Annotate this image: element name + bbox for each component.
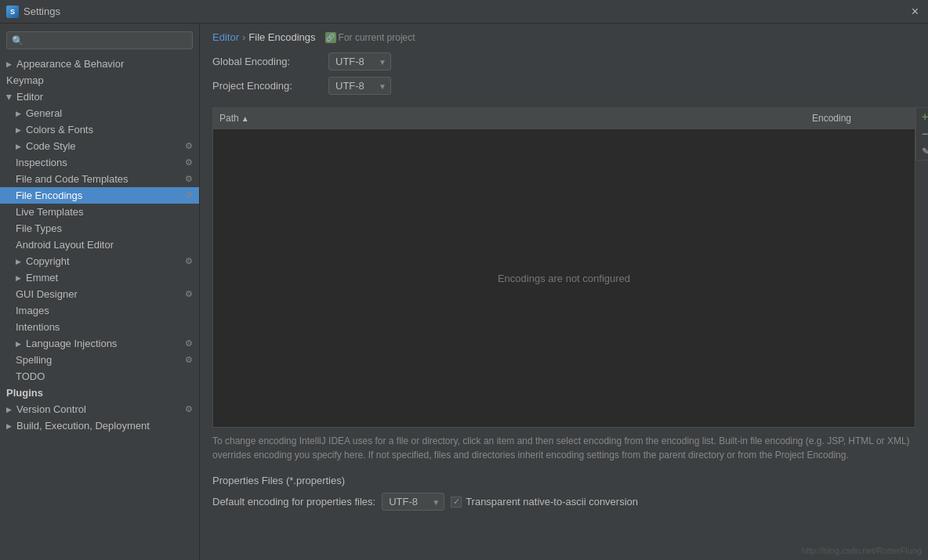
content-area: Editor › File Encodings 🔗 For current pr… xyxy=(200,23,928,560)
sidebar-item-label: Appearance & Behavior xyxy=(16,58,124,70)
sidebar-item-label: Emmet xyxy=(26,272,58,284)
project-encoding-select[interactable]: UTF-8 xyxy=(328,77,391,95)
sidebar-item-todo[interactable]: TODO xyxy=(0,368,199,385)
sidebar-item-file-types[interactable]: File Types xyxy=(0,220,199,237)
sidebar-item-label: Colors & Fonts xyxy=(26,124,93,135)
encoding-column-header[interactable]: Encoding xyxy=(805,111,915,125)
sidebar-item-label: Live Templates xyxy=(16,206,83,218)
remove-encoding-button[interactable]: − xyxy=(916,125,928,143)
search-box[interactable]: 🔍 xyxy=(6,31,193,49)
settings-icon: ⚙ xyxy=(185,404,193,414)
encodings-table: Path ▲ Encoding Encodings are not config… xyxy=(212,107,915,428)
arrow-icon: ▶ xyxy=(5,94,13,99)
sidebar-item-keymap[interactable]: Keymap xyxy=(0,72,199,89)
info-text: To change encoding IntelliJ IDEA uses fo… xyxy=(200,428,928,468)
sidebar-item-build-execution-deployment[interactable]: ▶ Build, Execution, Deployment xyxy=(0,417,199,434)
title-bar-left: S Settings xyxy=(6,5,60,18)
properties-encoding-dropdown-wrapper[interactable]: UTF-8 ▼ xyxy=(382,493,444,511)
project-icon: 🔗 xyxy=(325,32,336,43)
global-encoding-dropdown-wrapper[interactable]: UTF-8 ▼ xyxy=(328,52,391,70)
settings-icon: ⚙ xyxy=(185,157,193,168)
sidebar-item-appearance[interactable]: ▶ Appearance & Behavior xyxy=(0,56,199,72)
sidebar-item-label: File Encodings xyxy=(16,190,82,201)
table-wrapper: Path ▲ Encoding Encodings are not config… xyxy=(212,107,915,428)
sidebar-item-file-code-templates[interactable]: File and Code Templates ⚙ xyxy=(0,171,199,187)
settings-icon: ⚙ xyxy=(185,256,193,266)
sidebar-item-spelling[interactable]: Spelling ⚙ xyxy=(0,352,199,368)
arrow-icon: ▶ xyxy=(6,60,12,68)
sidebar-item-gui-designer[interactable]: GUI Designer ⚙ xyxy=(0,286,199,302)
sidebar-item-general[interactable]: ▶ General xyxy=(0,105,199,121)
settings-icon: ⚙ xyxy=(185,141,193,151)
sidebar-item-inspections[interactable]: Inspections ⚙ xyxy=(0,154,199,171)
sidebar-item-label: Version Control xyxy=(16,403,86,415)
breadcrumb-separator: › xyxy=(242,31,245,43)
sidebar-item-plugins[interactable]: Plugins xyxy=(0,385,199,401)
checkbox-text: Transparent native-to-ascii conversion xyxy=(466,496,638,508)
add-encoding-button[interactable]: + xyxy=(916,108,928,125)
sidebar-item-label: Code Style xyxy=(26,140,76,152)
sidebar-item-emmet[interactable]: ▶ Emmet xyxy=(0,269,199,286)
global-encoding-row: Global Encoding: UTF-8 ▼ xyxy=(212,52,915,70)
title-bar: S Settings × xyxy=(0,0,928,23)
breadcrumb: Editor › File Encodings 🔗 For current pr… xyxy=(200,23,928,49)
main-layout: 🔍 ▶ Appearance & Behavior Keymap ▶ Edito… xyxy=(0,23,928,560)
sidebar-item-label: File Types xyxy=(16,222,62,234)
global-encoding-select[interactable]: UTF-8 xyxy=(328,52,391,70)
sidebar-item-label: Plugins xyxy=(6,387,43,399)
arrow-icon: ▶ xyxy=(6,422,12,430)
sidebar-item-file-encodings[interactable]: File Encodings ⚙ xyxy=(0,187,199,204)
sidebar-item-label: Android Layout Editor xyxy=(16,239,114,251)
sidebar-item-copyright[interactable]: ▶ Copyright ⚙ xyxy=(0,253,199,269)
transparent-checkbox[interactable]: ✓ xyxy=(451,497,462,508)
arrow-icon: ▶ xyxy=(6,406,12,414)
sidebar-item-code-style[interactable]: ▶ Code Style ⚙ xyxy=(0,138,199,154)
path-column-header[interactable]: Path ▲ xyxy=(213,111,805,125)
sidebar-item-images[interactable]: Images xyxy=(0,302,199,319)
sidebar-item-label: Language Injections xyxy=(26,338,117,349)
default-encoding-label: Default encoding for properties files: xyxy=(212,496,375,508)
sidebar-item-colors-fonts[interactable]: ▶ Colors & Fonts xyxy=(0,121,199,138)
sidebar-item-label: File and Code Templates xyxy=(16,173,129,185)
settings-icon: ⚙ xyxy=(185,174,193,184)
empty-message: Encodings are not configured xyxy=(498,273,630,284)
arrow-icon: ▶ xyxy=(16,340,21,348)
sidebar-item-label: Build, Execution, Deployment xyxy=(16,420,150,432)
settings-icon: ⚙ xyxy=(185,289,193,299)
search-input[interactable] xyxy=(27,34,187,46)
sidebar-item-intentions[interactable]: Intentions xyxy=(0,319,199,335)
close-button[interactable]: × xyxy=(908,5,922,19)
breadcrumb-current: File Encodings xyxy=(248,31,315,43)
table-header: Path ▲ Encoding xyxy=(213,108,915,129)
for-project-text: 🔗 For current project xyxy=(325,32,415,43)
table-body[interactable]: Encodings are not configured xyxy=(213,129,915,427)
properties-encoding-select[interactable]: UTF-8 xyxy=(382,493,444,511)
breadcrumb-link[interactable]: Editor xyxy=(212,31,239,43)
app-icon: S xyxy=(6,5,19,18)
settings-icon: ⚙ xyxy=(185,338,193,349)
properties-section: Properties Files (*.properties) Default … xyxy=(200,468,928,517)
transparent-checkbox-label[interactable]: ✓ Transparent native-to-ascii conversion xyxy=(451,496,638,508)
sidebar-item-version-control[interactable]: ▶ Version Control ⚙ xyxy=(0,401,199,417)
sort-asc-icon: ▲ xyxy=(241,114,249,123)
properties-row: Default encoding for properties files: U… xyxy=(212,493,915,511)
sidebar-item-label: General xyxy=(26,107,62,119)
sidebar-item-label: Spelling xyxy=(16,354,52,366)
watermark: http://blog.csdn.net/RotterFlung xyxy=(802,546,922,555)
form-section: Global Encoding: UTF-8 ▼ Project Encodin… xyxy=(200,49,928,107)
sidebar-item-android-layout-editor[interactable]: Android Layout Editor xyxy=(0,237,199,253)
sidebar-item-language-injections[interactable]: ▶ Language Injections ⚙ xyxy=(0,335,199,352)
sidebar-item-label: Images xyxy=(16,305,49,316)
sidebar-item-label: Keymap xyxy=(6,74,44,86)
properties-title: Properties Files (*.properties) xyxy=(212,475,915,486)
window-title: Settings xyxy=(24,5,60,17)
sidebar-item-live-templates[interactable]: Live Templates xyxy=(0,204,199,220)
sidebar-item-label: Copyright xyxy=(26,255,70,267)
arrow-icon: ▶ xyxy=(16,258,21,266)
settings-icon: ⚙ xyxy=(185,355,193,365)
project-encoding-row: Project Encoding: UTF-8 ▼ xyxy=(212,77,915,95)
edit-encoding-button[interactable]: ✎ xyxy=(916,143,928,160)
sidebar-item-editor[interactable]: ▶ Editor xyxy=(0,89,199,105)
project-encoding-dropdown-wrapper[interactable]: UTF-8 ▼ xyxy=(328,77,391,95)
arrow-icon: ▶ xyxy=(16,143,21,150)
